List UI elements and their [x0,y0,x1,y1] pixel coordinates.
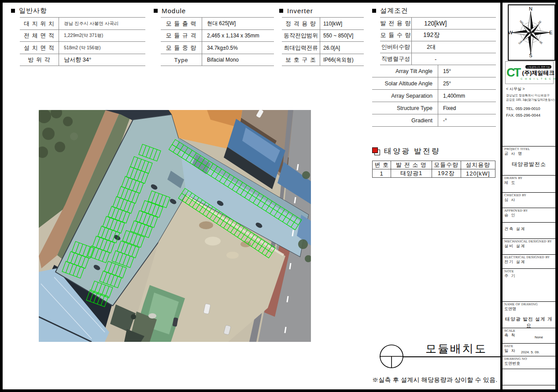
general-info-panel: 일반사항 대 지 위 치경남 진주시 사봉면 사곡리 전 체 면 적1,229m… [11,6,145,66]
office-label: < 사무실 > [506,86,555,92]
inverter-title: Inverter [287,7,313,15]
titleblock-empty [503,369,555,385]
compass-ne-label: NE [538,20,542,25]
titleblock-project: PROJECT TITEL 공 사 명 태양광발전소 [503,146,555,175]
company-badge: 신재생에너지 전문기업 [525,65,551,69]
module-table: 모 듈 출 력현대 625[W] 모 듈 규 격2,465 x 1,134 x … [161,17,274,66]
office-tel: TEL. 055-299-0010 [506,106,555,112]
table-row: 모 듈 규 격2,465 x 1,134 x 35mm [161,30,274,42]
compass-rose-icon: N S W E NW NE SW SE [509,5,553,58]
inverter-header: Inverter [279,6,364,15]
section-mark-icon [379,344,405,370]
table-row: Gradient-° [372,114,496,127]
table-row: 방 위 각남서향 34° [20,54,145,66]
square-bullet-icon [154,9,158,13]
compass-n-label: N [529,6,532,11]
design-conditions-panel: 설계조건 발 전 용 량120[kW] 모 듈 수 량192장 인버터수량2대 … [372,6,496,127]
company-logo-ct-icon: CT [506,67,520,79]
module-panel: Module 모 듈 출 력현대 625[W] 모 듈 규 격2,465 x 1… [154,6,274,66]
table-row: 최대입력전류26.0[A] [282,42,364,54]
company-name-en: C H E I L T E C H [521,77,556,80]
table-row: 직병렬구성- [380,53,496,65]
table-row: 인버터수량2대 [380,41,496,53]
square-bullet-icon [11,9,15,13]
office-info: < 사무실 > 경상남도 창원특례시 마산회원구 금강로 185, 3층(평가빌… [506,86,555,118]
design-conditions-table-kr: 발 전 용 량120[kW] 모 듈 수 량192장 인버터수량2대 직병렬구성… [380,17,496,65]
titleblock-arch-design: 건축 설계 [503,222,555,238]
table-row: Solar Altitude Angle25° [372,77,496,90]
generation-table: 번 호 발 전 소 명 모듈수량 설치용량 1 태양광1 192장 120[kW… [372,161,495,178]
generation-title: 태양광 발전량 [384,146,440,156]
project-title-value: 태양광발전소 [504,161,554,168]
company-name: (주)제일테크 [522,69,555,77]
inverter-panel: Inverter 정 격 용 량110[kW] 동작전압범위550 ~ 850[… [279,6,364,66]
compass-e-label: E [549,30,552,35]
table-row: 보 호 구 조IP66(옥외형) [282,54,364,66]
titleblock-approved-by: APPROVED BY 승 인 [503,208,555,222]
table-row: 발 전 용 량120[kW] [380,18,496,29]
titleblock-elec-design: ELECTRICAL DESIGNED BY 전기 설계 [503,254,555,268]
compass-nw-label: NW [519,20,525,25]
drawing-name-value: 태양광 발전 설계 개요 [504,316,554,329]
site-aerial-map [39,110,311,342]
office-address-line2: 금강로 185, 3층(평가빌딩제2호청사) [506,98,555,102]
titleblock-date: DATE 일 자 2024. 5. 09. [503,343,555,356]
titleblock-note: NOTE 주 기 [503,268,555,301]
table-row: 전 체 면 적1,229m2(약 371평) [20,30,145,42]
table-row: Structure TypeFixed [372,102,496,114]
table-row: 대 지 위 치경남 진주시 사봉면 사곡리 [20,18,145,30]
overlapping-squares-icon [372,147,380,155]
compass-box: N S W E NW NE SW SE [508,4,555,61]
design-conditions-title: 설계조건 [380,7,408,15]
table-row: TypeBifacial Mono [161,54,274,66]
inverter-table: 정 격 용 량110[kW] 동작전압범위550 ~ 850[V] 최대입력전류… [282,17,364,66]
site-map-svg [39,110,311,342]
square-bullet-icon [279,9,283,13]
titleblock-empty [503,385,555,389]
titleblock-drawn-by: DRAWN BY 제 도 [503,175,555,192]
module-title: Module [162,7,186,15]
table-row: 모 듈 중 량34.7kg±0.5% [161,42,274,54]
date-value: 2024. 5. 09. [521,350,540,354]
square-bullet-icon [372,9,376,13]
office-address-line1: 경상남도 창원특례시 마산회원구 [506,93,555,98]
table-row: 설 치 면 적518m2 (약 156평) [20,42,145,54]
general-info-header: 일반사항 [11,6,145,15]
general-info-table: 대 지 위 치경남 진주시 사봉면 사곡리 전 체 면 적1,229m2(약 3… [20,17,145,66]
generation-table-row: 1 태양광1 192장 120[kW] [373,169,495,178]
table-row: 동작전압범위550 ~ 850[V] [282,30,364,42]
company-logo: CT 신재생에너지 전문기업 (주)제일테크 C H E I L T E C H [505,61,554,84]
scale-value: None [535,335,543,339]
table-row: 모 듈 수 량192장 [380,29,496,41]
compass-se-label: SE [539,40,543,45]
generation-header: 태양광 발전량 [372,146,495,156]
titleblock-scale: SCALE 축 척 None [503,328,555,343]
compass-w-label: W [509,30,513,35]
layout-drawing-title: 모듈배치도 [410,341,503,356]
drawing-sheet: 일반사항 대 지 위 치경남 진주시 사봉면 사곡리 전 체 면 적1,229m… [0,0,558,392]
design-conditions-table-en: Array Tilt Angle15° Solar Altitude Angle… [372,65,496,127]
generation-table-header-row: 번 호 발 전 소 명 모듈수량 설치용량 [373,161,495,169]
design-conditions-header: 설계조건 [372,6,496,15]
generation-panel: 태양광 발전량 번 호 발 전 소 명 모듈수량 설치용량 1 태양광1 192… [372,146,495,178]
titleblock-checked-by: CHECKED BY 심 사 [503,192,555,208]
general-info-title: 일반사항 [19,7,47,15]
table-row: Array Separation1,400mm [372,90,496,102]
table-row: Array Tilt Angle15° [372,65,496,77]
title-block-sidebar: N S W E NW NE SW SE CT 신재생에너지 전문기업 (주)제일… [500,3,555,389]
office-fax: FAX. 055-296-0044 [506,112,555,118]
compass-sw-label: SW [518,40,523,45]
titleblock-drawing-name: NAME OF DRAWING 도면명 태양광 발전 설계 개요 [503,301,555,328]
titleblock-drawing-no: DRAWING NO 도면번호 [503,356,555,369]
table-row: 정 격 용 량110[kW] [282,18,364,30]
module-header: Module [154,6,274,15]
table-row: 모 듈 출 력현대 625[W] [161,18,274,30]
compass-s-label: S [529,53,532,58]
footnote: ※실측 후 설계시 해당용량과 상이할 수 있음. [372,376,504,384]
titleblock-mech-design: MECHANICAL DESIGNED BY 설비 설계 [503,238,555,254]
